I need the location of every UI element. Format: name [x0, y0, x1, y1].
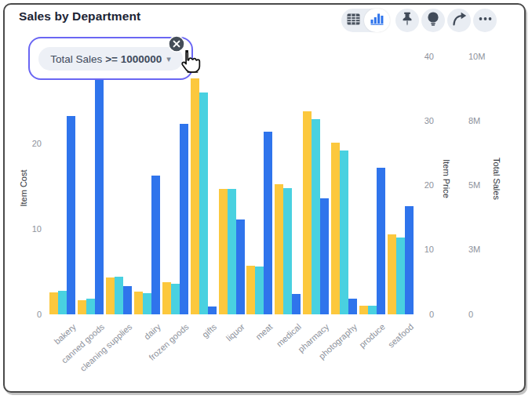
category-label: dairy: [142, 322, 162, 342]
bar[interactable]: [123, 286, 132, 314]
bar[interactable]: [388, 234, 396, 314]
bar[interactable]: [228, 189, 236, 314]
bar[interactable]: [283, 188, 292, 314]
filter-pill[interactable]: Total Sales >= 1000000 ▾: [28, 37, 193, 80]
bar[interactable]: [255, 267, 264, 314]
bar[interactable]: [340, 151, 348, 314]
axis-tick-label: 30: [425, 116, 434, 126]
bar[interactable]: [208, 307, 217, 314]
bar[interactable]: [162, 282, 171, 314]
category-label: liquor: [224, 322, 246, 343]
bar[interactable]: [303, 111, 312, 314]
close-icon: [168, 42, 185, 55]
bar[interactable]: [58, 291, 67, 314]
bar[interactable]: [368, 306, 377, 314]
axis-tick-label: 20: [425, 180, 434, 190]
bar[interactable]: [134, 292, 143, 314]
bar[interactable]: [115, 277, 123, 314]
bar[interactable]: [331, 143, 340, 314]
bar[interactable]: [49, 292, 58, 314]
axis-tick-label: 0: [429, 310, 434, 320]
bar[interactable]: [396, 238, 405, 314]
bar[interactable]: [78, 300, 86, 314]
bar[interactable]: [236, 219, 245, 314]
bar[interactable]: [377, 168, 385, 314]
axis-tick-label: 3M: [468, 245, 480, 255]
category-label: meat: [254, 322, 275, 342]
axis-title: Item Price: [442, 159, 451, 198]
axis-tick-label: 10: [425, 245, 434, 255]
axis-tick-label: 40: [425, 52, 434, 62]
bar[interactable]: [312, 119, 320, 314]
category-label: bakery: [52, 322, 78, 346]
category-label: produce: [358, 322, 388, 350]
chart-widget: Sales by Department: [3, 3, 526, 393]
axis-tick-label: 10: [32, 224, 42, 234]
bar[interactable]: [151, 176, 160, 314]
axis-tick-label: 5M: [468, 180, 480, 190]
axis-tick-label: 0: [468, 310, 473, 320]
axis-tick-label: 10M: [468, 52, 485, 62]
bar[interactable]: [292, 294, 301, 314]
bar[interactable]: [143, 293, 151, 314]
bar[interactable]: [264, 132, 272, 314]
bar[interactable]: [106, 277, 115, 314]
filter-remove-button[interactable]: [168, 35, 185, 53]
bar[interactable]: [95, 80, 104, 314]
category-label: gifts: [200, 322, 218, 339]
filter-condition-value: >= 1000000: [105, 53, 162, 65]
bar[interactable]: [359, 306, 368, 314]
axis-tick-label: 20: [32, 139, 42, 149]
category-label: cleaning supplies: [78, 322, 134, 373]
bar[interactable]: [171, 284, 180, 314]
bar[interactable]: [191, 78, 199, 314]
bar[interactable]: [405, 206, 414, 314]
bar[interactable]: [180, 124, 188, 314]
bar[interactable]: [275, 184, 283, 314]
axis-tick-label: 8M: [468, 116, 480, 126]
filter-field-label: Total Sales: [50, 53, 102, 65]
bar[interactable]: [199, 92, 208, 314]
chevron-down-icon[interactable]: ▾: [166, 54, 171, 64]
axis-title: Total Sales: [492, 158, 501, 200]
bar[interactable]: [320, 198, 329, 314]
bar[interactable]: [246, 266, 255, 314]
category-label: seafood: [386, 322, 415, 350]
bar[interactable]: [67, 116, 75, 314]
filter-pill-inner[interactable]: Total Sales >= 1000000 ▾: [38, 47, 183, 71]
axis-tick-label: 0: [37, 310, 42, 320]
bar[interactable]: [86, 299, 95, 314]
bar[interactable]: [348, 299, 357, 314]
axis-title: Item Cost: [19, 169, 28, 206]
bar[interactable]: [219, 189, 228, 314]
